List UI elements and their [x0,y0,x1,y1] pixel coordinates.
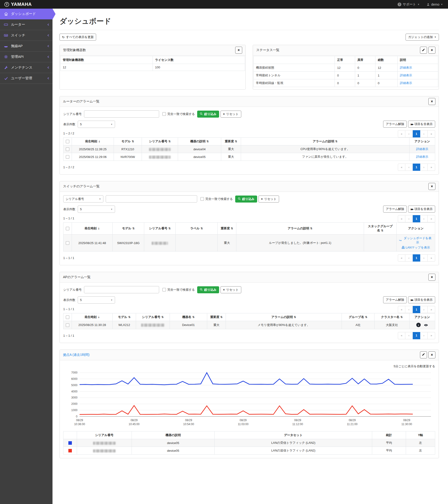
filter-reset-button[interactable]: × リセット [220,111,241,118]
pagination-page-1[interactable]: 1 [413,130,420,137]
sidebar-item-dashboard[interactable]: ダッシュボード [0,9,53,19]
column-header-time[interactable]: 発生時刻⇣ [72,223,113,234]
pagination-last[interactable]: » [428,163,435,171]
row-checkbox[interactable] [66,241,69,245]
detail-link[interactable]: 詳細表示 [416,155,429,159]
select-all-checkbox[interactable] [66,315,69,319]
sidebar-item-maintenance[interactable]: メンテナンス < [0,62,53,73]
detail-link[interactable]: 詳細表示 [400,66,412,69]
column-header-severity[interactable]: 重要度⇅ [218,223,236,234]
support-menu[interactable]: ? サポート ▼ [398,2,420,6]
select-all-checkbox[interactable] [66,140,69,143]
detail-link[interactable]: 詳細表示 [400,73,412,77]
pagination-first[interactable]: « [398,332,405,339]
row-checkbox[interactable] [66,324,69,327]
column-header-severity[interactable]: 重要度⇅ [221,138,241,145]
row-checkbox[interactable] [66,147,69,151]
column-header-serial[interactable]: シリアル番号⇅ [142,138,178,145]
sidebar-item-wireless-ap[interactable]: 無線AP < [0,41,53,52]
exact-match-checkbox[interactable] [200,197,204,201]
show-lan-map-link[interactable]: 品 LANマップを表示 [402,246,430,250]
clear-alarms-button[interactable]: アラーム解除 [383,206,407,213]
pagination-page-1[interactable]: 1 [413,254,420,262]
user-menu[interactable]: demo ▼ [427,2,443,6]
pagination-first[interactable]: « [398,254,405,262]
add-gadget-button[interactable]: ガジェットの追加 ▼ [406,34,439,41]
info-icon[interactable]: i [416,323,421,327]
column-header-alarm[interactable]: アラームの説明⇅ [241,138,410,145]
row-checkbox[interactable] [66,155,69,159]
column-header-severity[interactable]: 重要度⇅ [207,313,226,321]
pagination-prev[interactable]: ‹ [405,254,413,262]
search-type-select[interactable]: シリアル番号 ▼ [63,195,103,202]
show-dashboard-link[interactable]: ↪ ダッシュボードを表示 [399,236,433,245]
show-all-columns-button[interactable]: ▶▶ 項目を全表示 [408,296,435,303]
pagination-last[interactable]: » [428,254,435,262]
pagination-next[interactable]: › [420,130,428,137]
show-all-columns-button[interactable]: ▶▶ 項目を全表示 [408,121,435,128]
column-header-time[interactable]: 発生時刻⇣ [72,138,114,145]
pagination-next[interactable]: › [420,215,428,222]
sidebar-item-switch[interactable]: スイッチ < [0,30,53,41]
serial-search-input[interactable] [106,195,197,202]
close-widget-button[interactable]: × [429,98,435,105]
pagination-last[interactable]: » [428,130,435,137]
page-size-select[interactable]: 5 ▼ [78,206,115,213]
filter-apply-button[interactable]: 絞り込み [197,111,219,118]
pagination-page-1[interactable]: 1 [413,215,420,222]
edit-widget-button[interactable] [420,351,427,359]
pagination-first[interactable]: « [398,215,405,222]
column-header-serial[interactable]: シリアル番号⇅ [136,313,170,321]
column-header-description[interactable]: 機器の説明⇅ [178,138,221,145]
pagination-prev[interactable]: ‹ [405,163,413,171]
pagination-next[interactable]: › [420,163,428,171]
eye-icon[interactable] [424,323,428,327]
column-header-model[interactable]: モデル⇅ [113,313,136,321]
column-header-cluster[interactable]: クラスター名⇅ [375,313,410,321]
pagination-first[interactable]: « [398,163,405,171]
sidebar-item-user-management[interactable]: ユーザー管理 < [0,73,53,84]
select-all-checkbox[interactable] [66,227,69,230]
page-size-select[interactable]: 5 ▼ [78,296,115,304]
pagination-prev[interactable]: ‹ [405,130,413,137]
pagination-next[interactable]: › [420,306,428,313]
close-widget-button[interactable]: × [429,183,435,190]
column-header-group[interactable]: グループ名⇅ [342,313,375,321]
filter-reset-button[interactable]: × リセット [259,196,279,202]
close-widget-button[interactable]: × [429,274,435,281]
exact-match-checkbox[interactable] [162,288,166,291]
close-widget-button[interactable]: × [429,47,435,54]
close-widget-button[interactable]: × [235,47,242,54]
pagination-page-1[interactable]: 1 [413,306,420,313]
close-widget-button[interactable]: × [429,351,435,359]
serial-search-input[interactable] [84,110,159,118]
filter-apply-button[interactable]: 絞り込み [235,196,257,202]
detail-link[interactable]: 詳細表示 [416,147,429,151]
pagination-page-1[interactable]: 1 [413,332,420,339]
column-header-model[interactable]: モデル⇅ [113,223,144,234]
pagination-last[interactable]: » [428,332,435,339]
column-header-time[interactable]: 発生時刻⇣ [72,313,113,321]
column-header-stack-group[interactable]: スタックグループ名⇅ [364,223,397,234]
detail-link[interactable]: 詳細表示 [400,81,412,85]
serial-search-input[interactable] [84,286,159,293]
pagination-last[interactable]: » [428,215,435,222]
filter-reset-button[interactable]: × リセット [220,286,241,293]
pagination-next[interactable]: › [420,254,428,262]
pagination-last[interactable]: » [428,306,435,313]
clear-alarms-button[interactable]: アラーム解除 [383,121,407,128]
sidebar-item-management-api[interactable]: 管理API < [0,52,53,62]
pagination-prev[interactable]: ‹ [405,332,413,339]
show-all-columns-button[interactable]: ▶▶ 項目を全表示 [408,206,435,213]
pagination-page-1[interactable]: 1 [413,163,420,171]
clear-alarms-button[interactable]: アラーム解除 [383,296,407,303]
pagination-first[interactable]: « [398,306,405,313]
filter-apply-button[interactable]: 絞り込み [197,286,219,293]
column-header-alarm[interactable]: アラームの説明⇅ [236,223,364,234]
page-size-select[interactable]: 5 ▼ [78,121,115,128]
column-header-alarm[interactable]: アラームの説明⇅ [226,313,342,321]
pagination-next[interactable]: › [420,332,428,339]
column-header-serial[interactable]: シリアル番号⇅ [144,223,176,234]
column-header-label[interactable]: ラベル⇅ [176,223,218,234]
refresh-all-button[interactable]: ↻ すべての表示を更新 [59,34,96,41]
